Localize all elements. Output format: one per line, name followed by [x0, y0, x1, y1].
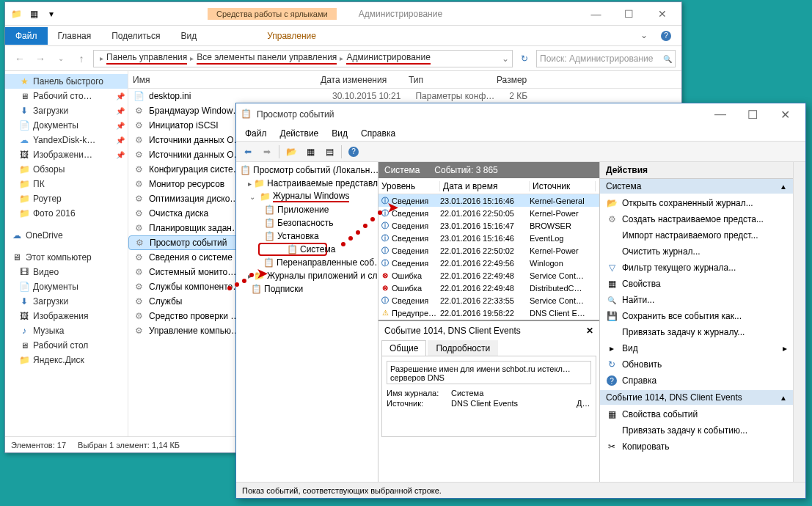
event-row[interactable]: Сведения22.01.2016 22:50:02Kernel-Power: [378, 244, 599, 257]
ribbon-tab-manage[interactable]: Управление: [257, 27, 326, 45]
nav-forward-button[interactable]: →: [32, 50, 49, 67]
event-row[interactable]: Сведения23.01.2016 15:16:46EventLog: [378, 232, 599, 244]
detail-close-icon[interactable]: ✕: [586, 326, 593, 336]
qat-icon[interactable]: [8, 6, 24, 22]
ribbon-tab-file[interactable]: Файл: [5, 27, 48, 45]
action-item[interactable]: Импорт настраиваемого предст...: [600, 227, 793, 243]
col-date[interactable]: Дата изменения: [316, 75, 404, 85]
ev-close-button[interactable]: ✕: [769, 104, 801, 125]
ribbon-tab-home[interactable]: Главная: [48, 27, 102, 45]
breadcrumb-1[interactable]: Панель управления: [106, 52, 187, 65]
sidebar-item[interactable]: Роутер: [5, 191, 128, 206]
sidebar-onedrive[interactable]: OneDrive: [5, 228, 128, 243]
sidebar-quick-access[interactable]: Панель быстрого: [5, 74, 128, 89]
close-button[interactable]: ✕: [645, 4, 679, 24]
action-item[interactable]: Свойства событий: [600, 406, 793, 422]
action-item[interactable]: Копировать: [600, 439, 793, 455]
address-box[interactable]: ▸ Панель управления ▸ Все элементы панел…: [93, 50, 513, 67]
actions-section-event[interactable]: Событие 1014, DNS Client Events▲: [600, 390, 793, 405]
qat-properties[interactable]: ▦: [26, 6, 42, 22]
event-row[interactable]: Сведения22.01.2016 22:50:05Kernel-Power: [378, 207, 599, 219]
sidebar-item[interactable]: Изображения: [5, 309, 128, 323]
minimize-button[interactable]: —: [579, 4, 612, 24]
sidebar-item[interactable]: Загрузки📌: [5, 103, 128, 118]
sidebar-item[interactable]: Документы: [5, 279, 128, 294]
ev-minimize-button[interactable]: —: [704, 104, 736, 125]
sidebar-item[interactable]: Фото 2016: [5, 206, 128, 221]
sidebar-item[interactable]: Изображени…📌: [5, 147, 128, 162]
breadcrumb-2[interactable]: Все элементы панели управления: [197, 52, 337, 65]
file-row[interactable]: desktop.ini30.10.2015 10:21Параметры кон…: [128, 89, 681, 103]
menu-file[interactable]: Файл: [239, 127, 273, 140]
action-item[interactable]: Справка: [600, 373, 793, 389]
ribbon-help-icon[interactable]: [658, 30, 674, 41]
events-list[interactable]: Сведения23.01.2016 15:16:46Kernel-Genera…: [378, 194, 599, 320]
actions-scrollbar[interactable]: [793, 162, 805, 482]
event-row[interactable]: Сведения22.01.2016 22:49:56Winlogon: [378, 257, 599, 269]
sidebar-item[interactable]: Видео: [5, 265, 128, 279]
tree-windows-logs[interactable]: ⌄Журналы Windows: [236, 190, 378, 203]
qat-new[interactable]: ▾: [43, 6, 59, 22]
menu-action[interactable]: Действие: [274, 127, 325, 140]
action-item[interactable]: Обновить: [600, 356, 793, 373]
tree-subscriptions[interactable]: Подписки: [236, 282, 378, 296]
event-row[interactable]: Сведения23.01.2016 15:16:46Kernel-Genera…: [378, 194, 599, 207]
action-item[interactable]: Привязать задачу к журналу...: [600, 324, 793, 340]
nav-up-button[interactable]: ↑: [73, 50, 90, 67]
tb-view2-button[interactable]: ▤: [321, 144, 338, 160]
ribbon-tab-view[interactable]: Вид: [170, 27, 207, 45]
tb-open-button[interactable]: [282, 144, 300, 160]
actions-section-system[interactable]: Система▲: [600, 179, 793, 194]
sidebar-item[interactable]: Яндекс.Диск: [5, 353, 128, 367]
ev-maximize-button[interactable]: ☐: [736, 104, 769, 125]
tree-root[interactable]: Просмотр событий (Локальн…: [236, 164, 378, 177]
ribbon-tab-share[interactable]: Поделиться: [101, 27, 170, 45]
col-name[interactable]: Имя: [128, 75, 316, 85]
tree-app-log[interactable]: Приложение: [236, 203, 378, 216]
sidebar-thispc[interactable]: Этот компьютер: [5, 250, 128, 265]
event-row[interactable]: Сведения23.01.2016 15:16:47BROWSER: [378, 219, 599, 232]
action-item[interactable]: Вид▸: [600, 340, 793, 356]
sidebar-item[interactable]: ПК: [5, 177, 128, 191]
tree-custom-views[interactable]: ▸Настраиваемые представле…: [236, 177, 378, 190]
event-row[interactable]: Предупре…22.01.2016 19:58:22DNS Client E…: [378, 307, 599, 319]
action-item[interactable]: Очистить журнал...: [600, 243, 793, 260]
maximize-button[interactable]: ☐: [612, 4, 645, 24]
event-row[interactable]: Сведения22.01.2016 22:33:55Service Cont…: [378, 294, 599, 307]
sidebar-item[interactable]: Музыка: [5, 323, 128, 338]
sidebar-item[interactable]: Рабочий сто…📌: [5, 89, 128, 103]
col-datetime[interactable]: Дата и время: [440, 181, 530, 191]
tb-forward-button[interactable]: [258, 144, 276, 160]
menu-view[interactable]: Вид: [326, 127, 354, 140]
sidebar-item[interactable]: Обзоры: [5, 162, 128, 177]
tree-security-log[interactable]: Безопасность: [236, 216, 378, 230]
nav-recent-button[interactable]: ⌄: [52, 50, 70, 67]
tab-details[interactable]: Подробности: [428, 340, 498, 356]
menu-help[interactable]: Справка: [355, 127, 401, 140]
tb-back-button[interactable]: [239, 144, 257, 160]
event-row[interactable]: Ошибка22.01.2016 22:49:48Service Cont…: [378, 269, 599, 282]
tree-setup-log[interactable]: Установка: [236, 230, 378, 243]
tb-view1-button[interactable]: ▦: [301, 144, 319, 160]
action-item[interactable]: Фильтр текущего журнала...: [600, 260, 793, 276]
action-item[interactable]: Привязать задачу к событию...: [600, 422, 793, 439]
action-item[interactable]: Свойства: [600, 276, 793, 292]
event-row[interactable]: Ошибка22.01.2016 22:49:48DistributedC…: [378, 282, 599, 294]
tb-help-button[interactable]: [345, 144, 362, 160]
sidebar-item[interactable]: Загрузки: [5, 294, 128, 309]
sidebar-item[interactable]: Рабочий стол: [5, 338, 128, 353]
ribbon-expand-icon[interactable]: ⌄: [636, 30, 652, 41]
col-type[interactable]: Тип: [404, 75, 492, 85]
search-input[interactable]: Поиск: Администрирование: [536, 50, 676, 67]
action-item[interactable]: Открыть сохраненный журнал...: [600, 195, 793, 211]
refresh-button[interactable]: [516, 50, 533, 67]
action-item[interactable]: Создать настраиваемое предста...: [600, 211, 793, 227]
col-level[interactable]: Уровень: [378, 181, 440, 191]
col-size[interactable]: Размер: [492, 75, 551, 85]
tree-system-log[interactable]: Система: [258, 243, 327, 256]
action-item[interactable]: Найти...: [600, 292, 793, 308]
breadcrumb-3[interactable]: Администрирование: [346, 52, 430, 65]
sidebar-item[interactable]: YandexDisk-k…📌: [5, 133, 128, 147]
tab-general[interactable]: Общие: [381, 340, 426, 356]
nav-back-button[interactable]: ←: [11, 50, 29, 67]
